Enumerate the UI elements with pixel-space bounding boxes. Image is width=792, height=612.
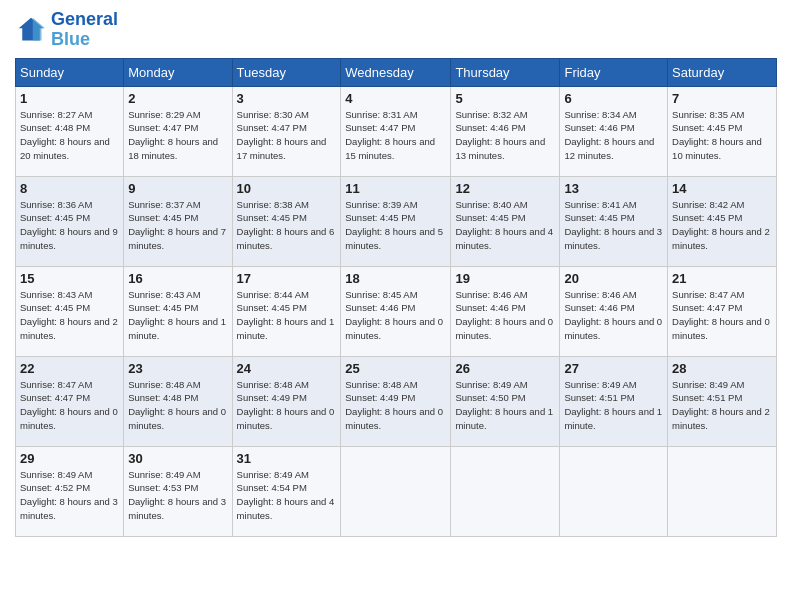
weekday-header-friday: Friday (560, 58, 668, 86)
day-detail: Sunrise: 8:38 AMSunset: 4:45 PMDaylight:… (237, 199, 335, 251)
day-number: 25 (345, 361, 446, 376)
calendar-cell: 16 Sunrise: 8:43 AMSunset: 4:45 PMDaylig… (124, 266, 232, 356)
day-number: 4 (345, 91, 446, 106)
calendar-cell: 11 Sunrise: 8:39 AMSunset: 4:45 PMDaylig… (341, 176, 451, 266)
day-detail: Sunrise: 8:29 AMSunset: 4:47 PMDaylight:… (128, 109, 218, 161)
day-detail: Sunrise: 8:49 AMSunset: 4:54 PMDaylight:… (237, 469, 335, 521)
calendar-cell: 8 Sunrise: 8:36 AMSunset: 4:45 PMDayligh… (16, 176, 124, 266)
day-detail: Sunrise: 8:39 AMSunset: 4:45 PMDaylight:… (345, 199, 443, 251)
day-detail: Sunrise: 8:46 AMSunset: 4:46 PMDaylight:… (564, 289, 662, 341)
calendar-cell: 12 Sunrise: 8:40 AMSunset: 4:45 PMDaylig… (451, 176, 560, 266)
calendar-cell: 6 Sunrise: 8:34 AMSunset: 4:46 PMDayligh… (560, 86, 668, 176)
calendar-cell: 15 Sunrise: 8:43 AMSunset: 4:45 PMDaylig… (16, 266, 124, 356)
day-number: 14 (672, 181, 772, 196)
calendar-cell: 30 Sunrise: 8:49 AMSunset: 4:53 PMDaylig… (124, 446, 232, 536)
day-detail: Sunrise: 8:49 AMSunset: 4:53 PMDaylight:… (128, 469, 226, 521)
day-number: 10 (237, 181, 337, 196)
day-detail: Sunrise: 8:43 AMSunset: 4:45 PMDaylight:… (20, 289, 118, 341)
day-number: 13 (564, 181, 663, 196)
day-detail: Sunrise: 8:27 AMSunset: 4:48 PMDaylight:… (20, 109, 110, 161)
weekday-header-wednesday: Wednesday (341, 58, 451, 86)
day-detail: Sunrise: 8:49 AMSunset: 4:51 PMDaylight:… (672, 379, 770, 431)
day-detail: Sunrise: 8:31 AMSunset: 4:47 PMDaylight:… (345, 109, 435, 161)
calendar-cell: 22 Sunrise: 8:47 AMSunset: 4:47 PMDaylig… (16, 356, 124, 446)
day-detail: Sunrise: 8:30 AMSunset: 4:47 PMDaylight:… (237, 109, 327, 161)
calendar-cell: 31 Sunrise: 8:49 AMSunset: 4:54 PMDaylig… (232, 446, 341, 536)
day-number: 11 (345, 181, 446, 196)
day-number: 15 (20, 271, 119, 286)
day-number: 2 (128, 91, 227, 106)
calendar-cell: 4 Sunrise: 8:31 AMSunset: 4:47 PMDayligh… (341, 86, 451, 176)
calendar-cell: 27 Sunrise: 8:49 AMSunset: 4:51 PMDaylig… (560, 356, 668, 446)
day-detail: Sunrise: 8:48 AMSunset: 4:49 PMDaylight:… (237, 379, 335, 431)
day-detail: Sunrise: 8:46 AMSunset: 4:46 PMDaylight:… (455, 289, 553, 341)
calendar-cell: 5 Sunrise: 8:32 AMSunset: 4:46 PMDayligh… (451, 86, 560, 176)
day-detail: Sunrise: 8:44 AMSunset: 4:45 PMDaylight:… (237, 289, 335, 341)
day-detail: Sunrise: 8:45 AMSunset: 4:46 PMDaylight:… (345, 289, 443, 341)
logo-icon (15, 16, 47, 44)
calendar-cell: 13 Sunrise: 8:41 AMSunset: 4:45 PMDaylig… (560, 176, 668, 266)
logo: General Blue (15, 10, 118, 50)
day-number: 3 (237, 91, 337, 106)
day-number: 7 (672, 91, 772, 106)
calendar-week-row: 8 Sunrise: 8:36 AMSunset: 4:45 PMDayligh… (16, 176, 777, 266)
day-number: 26 (455, 361, 555, 376)
calendar-cell: 23 Sunrise: 8:48 AMSunset: 4:48 PMDaylig… (124, 356, 232, 446)
day-number: 1 (20, 91, 119, 106)
day-number: 19 (455, 271, 555, 286)
day-detail: Sunrise: 8:32 AMSunset: 4:46 PMDaylight:… (455, 109, 545, 161)
day-detail: Sunrise: 8:40 AMSunset: 4:45 PMDaylight:… (455, 199, 553, 251)
day-number: 30 (128, 451, 227, 466)
day-detail: Sunrise: 8:41 AMSunset: 4:45 PMDaylight:… (564, 199, 662, 251)
calendar-cell: 14 Sunrise: 8:42 AMSunset: 4:45 PMDaylig… (668, 176, 777, 266)
day-detail: Sunrise: 8:35 AMSunset: 4:45 PMDaylight:… (672, 109, 762, 161)
calendar-week-row: 1 Sunrise: 8:27 AMSunset: 4:48 PMDayligh… (16, 86, 777, 176)
day-number: 12 (455, 181, 555, 196)
day-detail: Sunrise: 8:49 AMSunset: 4:52 PMDaylight:… (20, 469, 118, 521)
calendar-cell: 29 Sunrise: 8:49 AMSunset: 4:52 PMDaylig… (16, 446, 124, 536)
calendar-cell: 3 Sunrise: 8:30 AMSunset: 4:47 PMDayligh… (232, 86, 341, 176)
day-number: 21 (672, 271, 772, 286)
day-number: 22 (20, 361, 119, 376)
calendar-cell (451, 446, 560, 536)
day-detail: Sunrise: 8:49 AMSunset: 4:50 PMDaylight:… (455, 379, 553, 431)
day-detail: Sunrise: 8:48 AMSunset: 4:49 PMDaylight:… (345, 379, 443, 431)
calendar-cell: 9 Sunrise: 8:37 AMSunset: 4:45 PMDayligh… (124, 176, 232, 266)
calendar-cell (560, 446, 668, 536)
calendar-cell: 24 Sunrise: 8:48 AMSunset: 4:49 PMDaylig… (232, 356, 341, 446)
day-detail: Sunrise: 8:37 AMSunset: 4:45 PMDaylight:… (128, 199, 226, 251)
calendar-table: SundayMondayTuesdayWednesdayThursdayFrid… (15, 58, 777, 537)
weekday-header-tuesday: Tuesday (232, 58, 341, 86)
day-detail: Sunrise: 8:48 AMSunset: 4:48 PMDaylight:… (128, 379, 226, 431)
page-header: General Blue (15, 10, 777, 50)
day-detail: Sunrise: 8:43 AMSunset: 4:45 PMDaylight:… (128, 289, 226, 341)
day-detail: Sunrise: 8:42 AMSunset: 4:45 PMDaylight:… (672, 199, 770, 251)
day-detail: Sunrise: 8:47 AMSunset: 4:47 PMDaylight:… (672, 289, 770, 341)
calendar-header: SundayMondayTuesdayWednesdayThursdayFrid… (16, 58, 777, 86)
calendar-week-row: 22 Sunrise: 8:47 AMSunset: 4:47 PMDaylig… (16, 356, 777, 446)
day-detail: Sunrise: 8:34 AMSunset: 4:46 PMDaylight:… (564, 109, 654, 161)
calendar-cell: 28 Sunrise: 8:49 AMSunset: 4:51 PMDaylig… (668, 356, 777, 446)
calendar-cell: 7 Sunrise: 8:35 AMSunset: 4:45 PMDayligh… (668, 86, 777, 176)
calendar-cell: 18 Sunrise: 8:45 AMSunset: 4:46 PMDaylig… (341, 266, 451, 356)
day-number: 31 (237, 451, 337, 466)
day-number: 28 (672, 361, 772, 376)
day-number: 9 (128, 181, 227, 196)
weekday-header-monday: Monday (124, 58, 232, 86)
logo-text: General Blue (51, 10, 118, 50)
day-detail: Sunrise: 8:47 AMSunset: 4:47 PMDaylight:… (20, 379, 118, 431)
day-number: 6 (564, 91, 663, 106)
day-number: 5 (455, 91, 555, 106)
calendar-cell (668, 446, 777, 536)
day-number: 20 (564, 271, 663, 286)
day-number: 16 (128, 271, 227, 286)
weekday-header-saturday: Saturday (668, 58, 777, 86)
calendar-week-row: 15 Sunrise: 8:43 AMSunset: 4:45 PMDaylig… (16, 266, 777, 356)
calendar-cell: 25 Sunrise: 8:48 AMSunset: 4:49 PMDaylig… (341, 356, 451, 446)
calendar-cell: 17 Sunrise: 8:44 AMSunset: 4:45 PMDaylig… (232, 266, 341, 356)
calendar-cell: 10 Sunrise: 8:38 AMSunset: 4:45 PMDaylig… (232, 176, 341, 266)
day-detail: Sunrise: 8:36 AMSunset: 4:45 PMDaylight:… (20, 199, 118, 251)
calendar-cell: 20 Sunrise: 8:46 AMSunset: 4:46 PMDaylig… (560, 266, 668, 356)
calendar-cell: 2 Sunrise: 8:29 AMSunset: 4:47 PMDayligh… (124, 86, 232, 176)
day-number: 17 (237, 271, 337, 286)
